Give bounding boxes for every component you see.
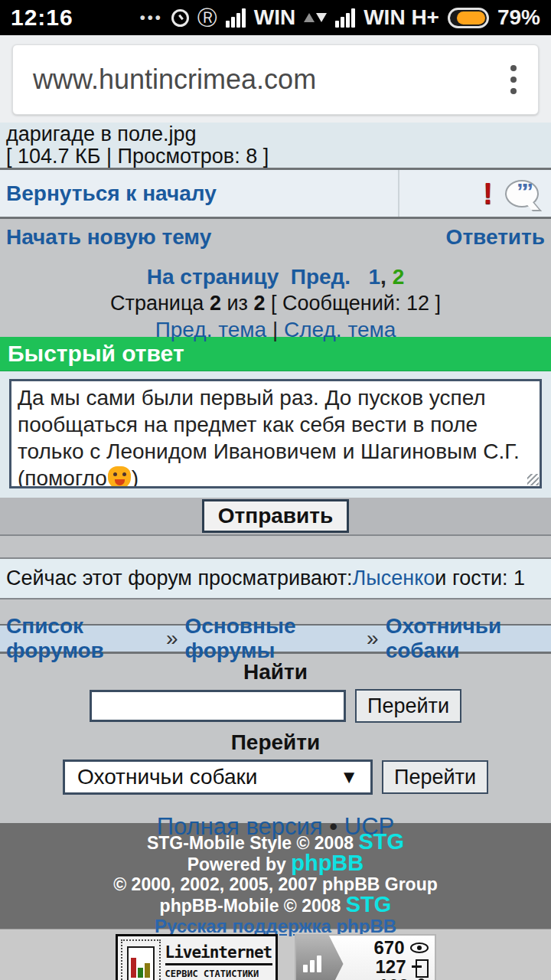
phpbb-link[interactable]: phpBB (291, 851, 364, 875)
goto-page-label: На страницу (147, 265, 279, 289)
clock: 12:16 (11, 5, 73, 31)
textarea-resize-handle[interactable] (527, 474, 539, 485)
breadcrumb-hunting-dogs[interactable]: Охотничьи собаки (386, 614, 551, 663)
battery-percent: 79% (497, 5, 540, 30)
roaming-icon: Ⓡ (197, 8, 217, 28)
stg-link[interactable]: STG (358, 829, 404, 854)
topic-nav-divider: | (272, 318, 278, 341)
stat-views: 670 (365, 937, 405, 959)
page-info-total: 2 (253, 292, 265, 315)
quote-post-icon[interactable] (505, 180, 539, 207)
breadcrumb-forum-index[interactable]: Список форумов (6, 614, 159, 663)
liveinternet-subtitle: СЕРВИС СТАТИСТИКИ (165, 969, 272, 979)
status-bar: 12:16 ••• Ⓡ WIN WIN H+ 79% (0, 0, 551, 35)
breadcrumb-separator: » (166, 626, 178, 651)
quick-reply-textarea[interactable]: Да мы сами были первый раз. До пусков ус… (9, 379, 542, 488)
current-page: 2 (393, 265, 405, 289)
battery-icon (448, 8, 489, 28)
notification-dots-icon: ••• (140, 9, 163, 27)
report-post-icon[interactable] (483, 179, 493, 208)
signal-strength-icon (335, 8, 355, 28)
stg-link[interactable]: STG (346, 892, 392, 916)
new-topic-link[interactable]: Начать новую тему (6, 225, 211, 250)
status-icons: ••• Ⓡ WIN WIN H+ 79% (140, 5, 540, 30)
quick-reply-title: Быстрый ответ (8, 341, 184, 366)
quick-reply-section: Да мы сами были первый раз. До пусков ус… (0, 371, 551, 498)
footer-copyright: © 2000, 2002, 2005, 2007 phpBB Group (0, 875, 551, 894)
viewers-suffix: и гости: 1 (435, 567, 525, 590)
forum-select-value: Охотничьи собаки (77, 765, 257, 789)
alarm-icon (171, 9, 189, 27)
attachment-meta: [ 104.7 КБ | Просмотров: 8 ] (6, 145, 551, 168)
page-1-link[interactable]: 1 (369, 265, 381, 289)
stats-bars-icon (296, 936, 344, 980)
search-input[interactable] (90, 690, 346, 722)
browser-menu-icon[interactable] (506, 60, 521, 99)
page-footer: STG-Mobile Style © 2008 STG Powered by p… (0, 823, 551, 929)
page-info: Страница 2 из 2 [ Сообщений: 12 ] (6, 292, 545, 315)
counter-banners: Liveinternet СЕРВИС СТАТИСТИКИ 670 127 1… (0, 929, 551, 980)
forum-select[interactable]: Охотничьи собаки ▼ (63, 760, 373, 795)
stat-visitors: 109 (370, 975, 409, 980)
reply-link[interactable]: Ответить (446, 225, 545, 250)
breadcrumb-separator: » (367, 626, 379, 651)
carrier-label: WIN H+ (364, 5, 439, 30)
jump-label: Перейти (0, 730, 551, 755)
signal-strength-icon (226, 8, 246, 28)
stat-entries: 127 (367, 956, 406, 978)
reply-text: Да мы сами были первый раз. До пусков ус… (18, 386, 520, 488)
breadcrumb-main-forums[interactable]: Основные форумы (185, 614, 360, 663)
stat-row: 670 (365, 938, 429, 957)
viewers-prefix: Сейчас этот форум просматривают: (6, 567, 353, 590)
chevron-down-icon: ▼ (340, 766, 358, 788)
page-info-text: Страница (110, 292, 210, 315)
reply-text-end: ) (132, 466, 139, 488)
carrier-label: WIN (254, 5, 295, 30)
page-info-posts: [ Сообщений: 12 ] (265, 292, 441, 315)
topic-pagination-section: Начать новую тему Ответить На страницу П… (0, 219, 551, 337)
data-traffic-icon (304, 13, 327, 22)
url-text[interactable]: www.huntincrimea.com (33, 64, 316, 96)
page-info-text: из (221, 292, 253, 315)
stats-counter-badge[interactable]: 670 127 109 (295, 934, 436, 980)
login-icon (412, 959, 429, 975)
viewer-user-link[interactable]: Лысенко (353, 567, 435, 590)
page-info-current: 2 (210, 292, 221, 315)
footer-mobile-text: phpBB-Mobile © 2008 (160, 896, 346, 916)
post-tools (398, 170, 551, 217)
liveinternet-badge[interactable]: Liveinternet СЕРВИС СТАТИСТИКИ (116, 934, 278, 980)
prev-page-link[interactable]: Пред. (291, 265, 350, 289)
back-to-top-link[interactable]: Вернуться к началу (6, 181, 217, 206)
footer-powered-text: Powered by (187, 854, 291, 874)
jump-go-button[interactable]: Перейти (382, 760, 488, 794)
search-go-button[interactable]: Перейти (355, 689, 461, 723)
viewers-row: Сейчас этот форум просматривают: Лысенко… (0, 559, 551, 599)
phone-screen: 12:16 ••• Ⓡ WIN WIN H+ 79% www.huntincri… (0, 0, 551, 980)
next-topic-link[interactable]: След. тема (284, 318, 396, 341)
submit-button[interactable]: Отправить (202, 499, 349, 533)
stat-row: 127 (367, 957, 429, 976)
spacer-row (0, 536, 551, 559)
breadcrumb: Список форумов » Основные форумы » Охотн… (0, 624, 551, 654)
liveinternet-chart-icon (121, 939, 161, 980)
russian-support-link[interactable]: Русская поддержка phpBB (155, 916, 396, 936)
liveinternet-title: Liveinternet (165, 942, 272, 965)
smile-emoji (108, 466, 131, 488)
attachment-info: даригаде в поле.jpg [ 104.7 КБ | Просмот… (0, 122, 551, 170)
eye-icon (410, 942, 429, 953)
page-separator: , (380, 265, 386, 289)
page-nav: На страницу Пред. 1, 2 (6, 265, 545, 289)
post-footer-row: Вернуться к началу (0, 170, 551, 219)
url-box[interactable]: www.huntincrimea.com (12, 44, 539, 115)
browser-address-bar: www.huntincrimea.com (0, 35, 551, 122)
search-jump-section: Найти Перейти Перейти Охотничьи собаки ▼… (0, 654, 551, 823)
attachment-filename: даригаде в поле.jpg (6, 123, 551, 145)
search-label: Найти (0, 660, 551, 684)
submit-row: Отправить (0, 498, 551, 536)
